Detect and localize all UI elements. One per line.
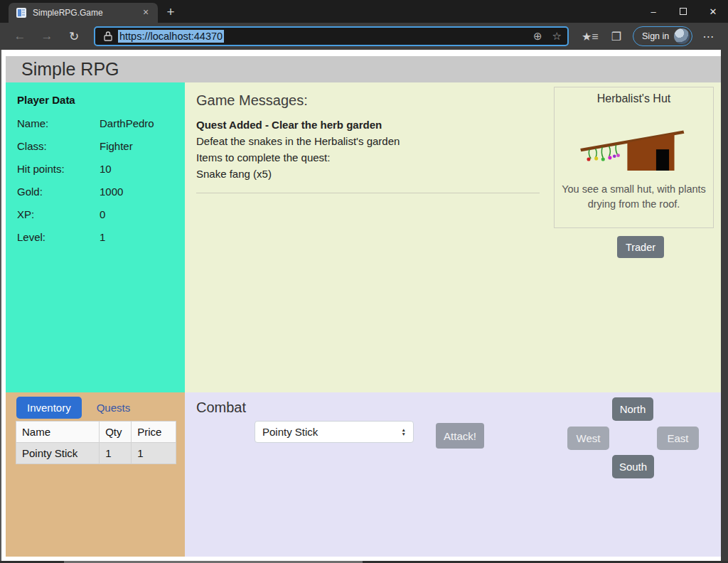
game-messages-area: Game Messages: Quest Added - Clear the h… (185, 82, 721, 392)
tab-title: SimpleRPG.Game (33, 8, 139, 18)
refresh-icon[interactable]: ↻ (67, 29, 81, 44)
column-header-qty: Qty (100, 422, 132, 443)
player-xp-value: 0 (100, 208, 105, 220)
close-button[interactable]: ✕ (698, 0, 728, 23)
tab-inventory[interactable]: Inventory (16, 397, 82, 419)
location-card: Herbalist's Hut (554, 87, 714, 228)
tab-quests[interactable]: Quests (97, 402, 131, 414)
combat-panel: Combat Pointy Stick ▲▼ Attack! North Wes… (185, 392, 721, 557)
item-qty-cell: 1 (100, 443, 132, 464)
player-field-name: Name: DarthPedro (17, 117, 173, 129)
message-divider (196, 193, 540, 193)
player-field-hitpoints: Hit points: 10 (17, 163, 173, 175)
address-bar[interactable]: https://localhost:44370 ⊕ ☆ (94, 26, 569, 46)
tab-strip: SimpleRPG.Game × + – ✕ (0, 0, 728, 23)
player-hitpoints-value: 10 (100, 163, 112, 175)
message-line: Quest Added - Clear the herb garden (196, 119, 545, 131)
combat-heading: Combat (196, 400, 246, 416)
page-content: Simple RPG Player Data Name: DarthPedro … (1, 50, 721, 561)
back-icon[interactable]: ← (13, 29, 27, 43)
move-west-button[interactable]: West (567, 427, 609, 450)
collections-icon[interactable]: ❐ (611, 30, 621, 43)
settings-menu-icon[interactable]: ⋯ (702, 30, 714, 43)
sign-in-button[interactable]: Sign in (633, 26, 692, 46)
browser-tab[interactable]: SimpleRPG.Game × (9, 3, 158, 23)
player-field-class: Class: Fighter (17, 140, 173, 152)
add-circle-icon[interactable]: ⊕ (533, 30, 542, 43)
attack-button[interactable]: Attack! (436, 423, 484, 449)
sign-in-label: Sign in (642, 31, 669, 41)
player-field-xp: XP: 0 (17, 208, 173, 220)
url-input[interactable]: https://localhost:44370 (118, 30, 224, 43)
move-south-button[interactable]: South (612, 455, 654, 478)
maximize-icon (680, 8, 687, 15)
player-field-level: Level: 1 (17, 231, 173, 243)
vertical-scrollbar[interactable] (721, 50, 728, 561)
app-header: Simple RPG (6, 56, 721, 82)
new-tab-button[interactable]: + (162, 4, 179, 21)
forward-icon[interactable]: → (40, 29, 54, 43)
player-gold-value: 1000 (100, 186, 123, 198)
window-left-border (0, 50, 1, 561)
player-data-heading: Player Data (17, 94, 173, 106)
player-class-value: Fighter (100, 140, 133, 152)
player-field-gold: Gold: 1000 (17, 186, 173, 198)
favicon-icon (16, 7, 27, 18)
move-north-button[interactable]: North (612, 397, 653, 421)
browser-toolbar: ← → ↻ https://localhost:44370 ⊕ ☆ ★≡ ❐ S… (0, 23, 728, 50)
hut-image (577, 117, 691, 179)
item-price-cell: 1 (132, 443, 176, 464)
message-line: Items to complete the quest: (196, 151, 545, 163)
trader-button[interactable]: Trader (617, 236, 664, 258)
player-data-panel: Player Data Name: DarthPedro Class: Figh… (6, 82, 185, 392)
player-level-value: 1 (100, 231, 105, 243)
weapon-select[interactable]: Pointy Stick ▲▼ (255, 421, 414, 443)
favorites-hub-icon[interactable]: ★≡ (582, 30, 599, 43)
player-name-value: DarthPedro (100, 117, 154, 129)
message-line: Defeat the snakes in the Herbalist's gar… (196, 135, 545, 147)
inventory-panel: Inventory Quests Name Qty Price (6, 392, 185, 557)
location-description: You see a small hut, with plants drying … (559, 182, 709, 212)
column-header-name: Name (16, 422, 100, 443)
inventory-header-row: Name Qty Price (16, 422, 176, 443)
move-east-button[interactable]: East (657, 427, 699, 450)
tab-close-icon[interactable]: × (139, 6, 152, 19)
maximize-button[interactable] (668, 0, 698, 23)
minimize-button[interactable]: – (638, 0, 668, 23)
select-arrows-icon: ▲▼ (402, 428, 406, 436)
location-title: Herbalist's Hut (559, 92, 709, 105)
lock-icon (104, 31, 112, 41)
browser-window: SimpleRPG.Game × + – ✕ ← → ↻ https://loc… (0, 0, 728, 563)
window-controls: – ✕ (638, 0, 728, 23)
item-name-cell: Pointy Stick (16, 443, 100, 464)
favorite-star-icon[interactable]: ☆ (552, 30, 562, 43)
weapon-selected-value: Pointy Stick (262, 426, 318, 438)
inventory-tab-bar: Inventory Quests (16, 397, 130, 419)
column-header-price: Price (132, 422, 176, 443)
page-title: Simple RPG (21, 59, 119, 80)
inventory-table: Name Qty Price Pointy Stick 1 1 (16, 421, 176, 464)
avatar (674, 28, 690, 44)
message-line: Snake fang (x5) (196, 168, 545, 180)
table-row: Pointy Stick 1 1 (16, 443, 176, 464)
